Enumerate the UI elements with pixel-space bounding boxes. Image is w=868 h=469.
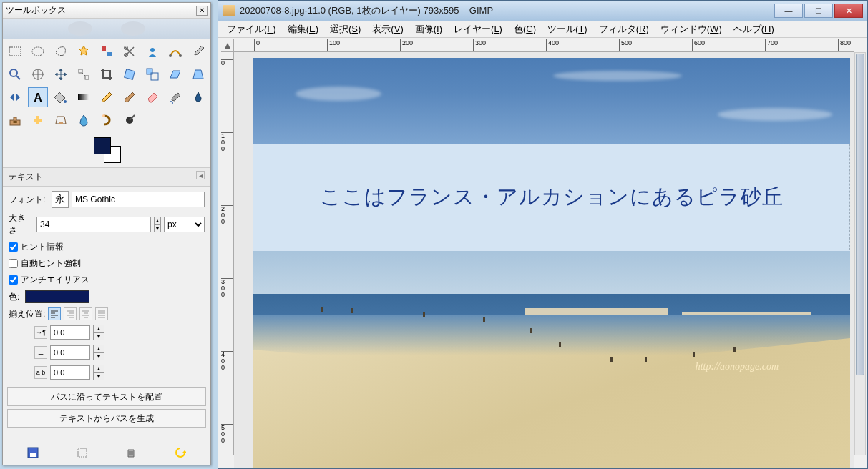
svg-rect-30 — [78, 448, 87, 457]
align-right-button[interactable] — [64, 307, 77, 320]
text-along-path-button[interactable]: パスに沿ってテキストを配置 — [7, 387, 206, 406]
text-tool[interactable]: A — [28, 87, 48, 107]
flip-tool[interactable] — [5, 87, 25, 107]
svg-point-6 — [150, 48, 155, 52]
line-spacing-input[interactable] — [50, 345, 90, 360]
toolbox-header-art — [3, 19, 210, 39]
auto-hint-checkbox[interactable]: 自動ヒント強制 — [9, 257, 205, 270]
menu-w[interactable]: ウィンドウ(W) — [655, 21, 728, 38]
menu-l[interactable]: レイヤー(L) — [448, 21, 508, 38]
menu-r[interactable]: フィルタ(R) — [593, 21, 655, 38]
cloud — [553, 71, 682, 81]
delete-options-icon[interactable] — [125, 446, 137, 459]
eraser-tool[interactable] — [142, 87, 162, 107]
rotate-tool[interactable] — [120, 64, 140, 84]
indent-input[interactable] — [50, 325, 90, 340]
menu-s[interactable]: 選択(S) — [324, 21, 366, 38]
menu-i[interactable]: 画像(I) — [409, 21, 448, 38]
menu-t[interactable]: ツール(T) — [542, 21, 593, 38]
ruler-corner[interactable] — [221, 39, 234, 52]
blur-tool[interactable] — [74, 110, 94, 130]
window-title: 20200708-8.jpg-11.0 (RGB, 1枚のレイヤー) 793x5… — [240, 4, 774, 17]
by-color-select-tool[interactable] — [97, 41, 117, 61]
heal-tool[interactable] — [28, 110, 48, 130]
image-canvas[interactable]: ここはフランス・アルカションにあるピラ砂丘 http://aonopage.co… — [253, 58, 850, 468]
blend-tool[interactable] — [74, 87, 94, 107]
vertical-scrollbar[interactable] — [854, 52, 866, 455]
canvas-area[interactable]: ここはフランス・アルカションにあるピラ砂丘 http://aonopage.co… — [234, 52, 854, 468]
svg-rect-13 — [125, 69, 135, 80]
clone-tool[interactable]: ☰ — [5, 110, 25, 130]
font-browse-button[interactable]: 永 — [52, 191, 69, 208]
indent-down[interactable]: ▼ — [93, 332, 104, 340]
indent-icon: →¶ — [34, 326, 47, 339]
indent-up[interactable]: ▲ — [93, 325, 104, 332]
pencil-tool[interactable] — [97, 87, 117, 107]
size-up-button[interactable]: ▲ — [154, 217, 161, 224]
align-center-button[interactable] — [79, 307, 92, 320]
shear-tool[interactable] — [165, 64, 185, 84]
size-unit-select[interactable]: px — [164, 217, 205, 232]
align-tool[interactable] — [74, 64, 94, 84]
measure-tool[interactable] — [28, 64, 48, 84]
color-picker-tool[interactable] — [188, 41, 208, 61]
text-color-swatch[interactable] — [25, 290, 89, 303]
paintbrush-tool[interactable] — [120, 87, 140, 107]
crop-tool[interactable] — [97, 64, 117, 84]
letter-spacing-input[interactable] — [50, 365, 90, 380]
dock-icon[interactable]: ◂ — [196, 171, 205, 179]
menu-c[interactable]: 色(C) — [508, 21, 542, 38]
vertical-ruler[interactable]: 0100200300400500 — [221, 52, 234, 455]
ls-down[interactable]: ▼ — [93, 352, 104, 360]
close-button[interactable]: ✕ — [834, 4, 863, 18]
scissors-tool[interactable] — [120, 41, 140, 61]
menu-h[interactable]: ヘルプ(H) — [728, 21, 780, 38]
lts-down[interactable]: ▼ — [93, 372, 104, 380]
zoom-tool[interactable] — [5, 64, 25, 84]
person — [483, 317, 485, 322]
scale-tool[interactable] — [142, 64, 162, 84]
svg-point-7 — [169, 54, 172, 57]
maximize-button[interactable]: ☐ — [804, 4, 833, 18]
antialias-checkbox[interactable]: アンチエイリアス — [9, 274, 205, 286]
person — [693, 352, 695, 357]
fuzzy-select-tool[interactable] — [74, 41, 94, 61]
perspective-tool[interactable] — [188, 64, 208, 84]
size-down-button[interactable]: ▼ — [154, 224, 161, 232]
smudge-tool[interactable] — [97, 110, 117, 130]
bucket-fill-tool[interactable] — [51, 87, 71, 107]
align-left-button[interactable] — [48, 307, 61, 320]
dodge-tool[interactable] — [120, 110, 140, 130]
horizontal-ruler[interactable]: 0100200300400500600700800 — [234, 39, 854, 52]
lts-up[interactable]: ▲ — [93, 365, 104, 372]
menu-e[interactable]: 編集(E) — [282, 21, 324, 38]
font-name-input[interactable] — [72, 192, 205, 207]
toolbox-titlebar[interactable]: ツールボックス ✕ — [3, 3, 210, 19]
size-spinner: ▲ ▼ — [154, 217, 161, 232]
ellipse-select-tool[interactable] — [28, 41, 48, 61]
size-input[interactable] — [36, 217, 151, 232]
move-tool[interactable] — [51, 64, 71, 84]
window-titlebar[interactable]: 20200708-8.jpg-11.0 (RGB, 1枚のレイヤー) 793x5… — [218, 1, 867, 21]
toolbox-close-button[interactable]: ✕ — [196, 6, 208, 16]
hint-checkbox[interactable]: ヒント情報 — [9, 241, 205, 253]
free-select-tool[interactable] — [51, 41, 71, 61]
fg-color-swatch[interactable] — [94, 137, 111, 154]
minimize-button[interactable]: — — [774, 4, 803, 18]
airbrush-tool[interactable] — [165, 87, 185, 107]
scrollbar-thumb[interactable] — [856, 54, 864, 375]
menu-v[interactable]: 表示(V) — [366, 21, 409, 38]
save-options-icon[interactable] — [26, 446, 39, 459]
ink-tool[interactable] — [188, 87, 208, 107]
rect-select-tool[interactable] — [5, 41, 25, 61]
menu-f[interactable]: ファイル(F) — [221, 21, 282, 38]
foreground-select-tool[interactable] — [142, 41, 162, 61]
ls-up[interactable]: ▲ — [93, 345, 104, 352]
paths-tool[interactable] — [165, 41, 185, 61]
ruler-tick: 500 — [619, 39, 632, 52]
perspective-clone-tool[interactable] — [51, 110, 71, 130]
align-fill-button[interactable] — [95, 307, 108, 320]
reset-options-icon[interactable] — [174, 446, 187, 459]
restore-options-icon[interactable] — [76, 446, 89, 459]
text-to-path-button[interactable]: テキストからパスを生成 — [7, 409, 206, 428]
